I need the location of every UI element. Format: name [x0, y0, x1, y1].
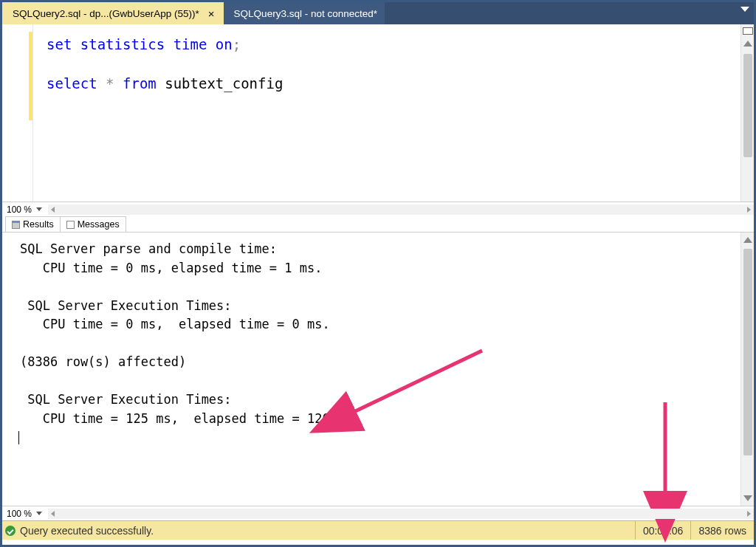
status-message: Query executed successfully.: [20, 525, 154, 537]
zoom-level[interactable]: 100 %: [2, 204, 32, 215]
messages-zoom-bar: 100 %: [2, 506, 754, 520]
status-row-count: 8386 rows: [690, 521, 754, 540]
scroll-left-icon[interactable]: [51, 511, 55, 517]
document-tab-bar: SQLQuery2.sql - dp...(GwbUserApp (55))* …: [2, 2, 754, 24]
chevron-down-icon[interactable]: [36, 207, 42, 211]
sql-editor[interactable]: set statistics time on; select * from su…: [33, 24, 740, 202]
status-elapsed: 00:00:06: [635, 521, 691, 540]
chevron-down-icon[interactable]: [36, 512, 42, 515]
scroll-thumb[interactable]: [743, 249, 752, 455]
change-marker: [29, 32, 32, 120]
tab-label: SQLQuery3.sql - not connected*: [234, 8, 377, 19]
vertical-scrollbar[interactable]: [740, 24, 754, 202]
horizontal-scrollbar[interactable]: [48, 204, 754, 215]
scroll-down-icon[interactable]: [743, 495, 752, 501]
tab-overflow-dropdown-icon[interactable]: [740, 7, 749, 12]
message-icon: [66, 221, 75, 229]
grid-icon: [12, 221, 20, 229]
zoom-level[interactable]: 100 %: [2, 509, 32, 519]
tab-label: Results: [23, 219, 54, 230]
messages-pane: SQL Server parse and compile time: CPU t…: [2, 233, 754, 506]
document-tab-active[interactable]: SQLQuery2.sql - dp...(GwbUserApp (55))* …: [2, 2, 224, 24]
tab-messages[interactable]: Messages: [60, 216, 126, 232]
editor-gutter: [2, 24, 33, 202]
document-tab[interactable]: SQLQuery3.sql - not connected*: [224, 2, 385, 24]
scroll-left-icon[interactable]: [51, 207, 55, 213]
vertical-scrollbar[interactable]: [740, 233, 754, 506]
tab-results[interactable]: Results: [5, 216, 61, 232]
scroll-up-icon[interactable]: [743, 237, 752, 243]
horizontal-scrollbar[interactable]: [48, 509, 754, 519]
scroll-right-icon[interactable]: [747, 207, 751, 213]
results-tab-bar: Results Messages: [2, 216, 754, 233]
sql-editor-pane: set statistics time on; select * from su…: [2, 24, 754, 202]
split-pane-icon[interactable]: [743, 27, 753, 35]
messages-output[interactable]: SQL Server parse and compile time: CPU t…: [2, 233, 740, 506]
editor-zoom-bar: 100 %: [2, 202, 754, 216]
scroll-thumb[interactable]: [743, 54, 752, 157]
tab-label: Messages: [78, 219, 120, 230]
status-bar: Query executed successfully. 00:00:06 83…: [2, 520, 754, 540]
scroll-up-icon[interactable]: [743, 41, 752, 47]
tab-label: SQLQuery2.sql - dp...(GwbUserApp (55))*: [13, 8, 199, 19]
success-icon: [5, 526, 16, 536]
close-icon[interactable]: ×: [207, 8, 216, 19]
scroll-right-icon[interactable]: [747, 511, 751, 517]
